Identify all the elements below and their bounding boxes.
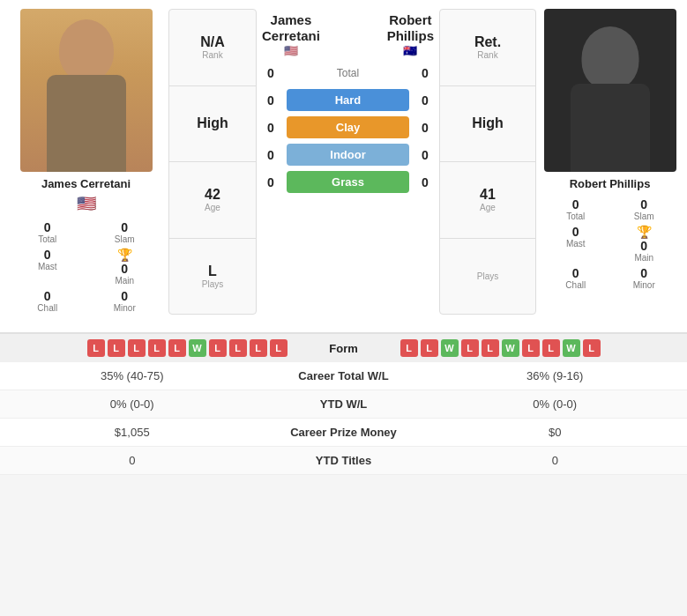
hard-badge: Hard — [287, 89, 409, 111]
total-row: 0 Total 0 — [262, 66, 434, 80]
form-badge-left: L — [229, 339, 247, 357]
form-badge-right: L — [400, 339, 418, 357]
grass-badge: Grass — [287, 171, 409, 193]
middle-stats-right: Ret. Rank High 41 Age Plays — [439, 9, 536, 315]
form-badge-right: L — [522, 339, 540, 357]
mast-cell-right: 0 Mast — [541, 223, 610, 264]
center-panel: James Cerretani 🇺🇸 Robert Phillips 🇦🇺 0 … — [262, 9, 434, 315]
form-badges-left: LLLLLWLLLL — [9, 339, 287, 357]
form-badge-right: L — [542, 339, 560, 357]
stats-row: 0% (0-0) YTD W/L 0% (0-0) — [0, 390, 687, 419]
stats-row: 35% (40-75) Career Total W/L 36% (9-16) — [0, 362, 687, 390]
form-row: LLLLLWLLLL Form LLWLLWLLWL — [0, 334, 687, 362]
total-cell-left: 0 Total — [9, 219, 86, 246]
player-top-name-left: James Cerretani — [262, 12, 320, 44]
form-badge-left: L — [148, 339, 166, 357]
trophy-cell-right: 🏆 0 Main — [610, 223, 679, 264]
indoor-badge: Indoor — [287, 144, 409, 166]
slam-cell-left: 0 Slam — [86, 219, 164, 246]
stats-right-3: 0 — [432, 454, 679, 467]
form-badge-left: L — [108, 339, 125, 357]
flag-left: 🇺🇸 — [77, 194, 96, 213]
form-badge-right: L — [421, 339, 438, 357]
plays-block-left: L Plays — [169, 239, 256, 315]
trophy-icon-right: 🏆 — [637, 225, 652, 239]
plays-block-right: Plays — [440, 239, 535, 315]
form-badge-left: L — [128, 339, 146, 357]
body-shape-left — [47, 75, 126, 172]
stats-rows: 35% (40-75) Career Total W/L 36% (9-16) … — [0, 362, 687, 475]
form-badge-left: L — [87, 339, 105, 357]
flag-top-right: 🇦🇺 — [387, 44, 434, 57]
form-badge-left: L — [250, 339, 267, 357]
form-badge-right: W — [563, 339, 580, 357]
form-badge-left: W — [189, 339, 206, 357]
chall-cell-left: 0 Chall — [9, 287, 86, 315]
player-top-name-right: Robert Phillips — [387, 12, 434, 44]
form-badge-left: L — [209, 339, 227, 357]
player-section: James Cerretani 🇺🇸 0 Total 0 Slam 0 Mast… — [0, 0, 687, 323]
high-block-left: High — [169, 86, 256, 163]
trophy-cell-left: 🏆 0 Main — [86, 246, 164, 287]
minor-cell-right: 0 Minor — [610, 264, 679, 292]
age-block-right: 41 Age — [440, 162, 535, 239]
stats-left-0: 35% (40-75) — [9, 369, 256, 382]
form-badge-right: L — [583, 339, 601, 357]
middle-stats-left: N/A Rank High 42 Age L Plays — [168, 9, 257, 315]
high-block-right: High — [440, 86, 535, 163]
form-badge-right: W — [441, 339, 459, 357]
stats-center-1: YTD W/L — [256, 397, 432, 411]
stats-row: $1,055 Career Prize Money $0 — [0, 419, 687, 447]
slam-cell-right: 0 Slam — [610, 196, 679, 223]
form-badge-right: W — [502, 339, 519, 357]
player-stats-left: 0 Total 0 Slam 0 Mast 🏆 0 Main 0 — [9, 219, 163, 315]
clay-row: 0 Clay 0 — [262, 116, 434, 138]
form-badge-right: L — [461, 339, 479, 357]
flag-top-left: 🇺🇸 — [262, 44, 320, 57]
player-name-left: James Cerretani — [41, 177, 131, 190]
main-container: James Cerretani 🇺🇸 0 Total 0 Slam 0 Mast… — [0, 0, 687, 475]
rank-block-left: N/A Rank — [169, 10, 256, 86]
player-photo-left — [20, 9, 153, 172]
stats-right-0: 36% (9-16) — [432, 369, 679, 382]
player-stats-right: 0 Total 0 Slam 0 Mast 🏆 0 Main 0 — [541, 196, 678, 292]
player-photo-right — [544, 9, 676, 172]
age-block-left: 42 Age — [169, 162, 256, 239]
stats-center-0: Career Total W/L — [256, 369, 432, 382]
stats-row: 0 YTD Titles 0 — [0, 447, 687, 475]
form-badge-right: L — [482, 339, 499, 357]
total-cell-right: 0 Total — [541, 196, 610, 223]
stats-center-2: Career Prize Money — [256, 426, 432, 439]
grass-row: 0 Grass 0 — [262, 171, 434, 193]
stats-left-2: $1,055 — [9, 426, 256, 439]
form-label: Form — [291, 342, 397, 355]
stats-left-1: 0% (0-0) — [9, 397, 256, 411]
player-left: James Cerretani 🇺🇸 0 Total 0 Slam 0 Mast… — [9, 9, 163, 315]
indoor-row: 0 Indoor 0 — [262, 144, 434, 166]
mast-cell-left: 0 Mast — [9, 246, 86, 287]
chall-cell-right: 0 Chall — [541, 264, 610, 292]
stats-right-2: $0 — [432, 426, 679, 439]
rank-block-right: Ret. Rank — [440, 10, 535, 86]
trophy-icon-left: 🏆 — [117, 248, 132, 262]
form-badge-left: L — [168, 339, 186, 357]
form-badges-right: LLWLLWLLWL — [400, 339, 679, 357]
head-shape-right — [581, 26, 638, 90]
stats-center-3: YTD Titles — [256, 454, 432, 467]
player-right: Robert Phillips 0 Total 0 Slam 0 Mast 🏆 … — [541, 9, 678, 315]
stats-right-1: 0% (0-0) — [432, 397, 679, 411]
hard-row: 0 Hard 0 — [262, 89, 434, 111]
clay-badge: Clay — [287, 116, 409, 138]
player-name-right: Robert Phillips — [570, 177, 651, 190]
minor-cell-left: 0 Minor — [86, 287, 164, 315]
bottom-section: LLLLLWLLLL Form LLWLLWLLWL 35% (40-75) C… — [0, 332, 687, 475]
body-shape-right — [571, 84, 650, 172]
stats-left-3: 0 — [9, 454, 256, 467]
head-shape-left — [59, 19, 114, 81]
form-badge-left: L — [270, 339, 287, 357]
